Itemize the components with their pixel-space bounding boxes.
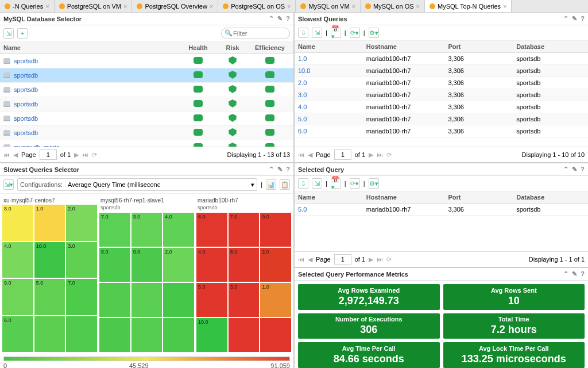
table-row[interactable]: sportsdb — [0, 54, 293, 68]
pin-icon[interactable]: ✎ — [277, 166, 283, 173]
treemap-cell[interactable]: 2.0 — [260, 248, 291, 282]
close-icon[interactable]: × — [210, 3, 213, 10]
tab[interactable]: PostgreSQL on VM× — [55, 0, 133, 12]
table-row[interactable]: sportsdb — [0, 83, 293, 97]
treemap-cell[interactable]: 3.0 — [131, 213, 163, 247]
close-icon[interactable]: × — [45, 3, 49, 10]
tab[interactable]: MySQL on VM× — [296, 0, 361, 12]
table-row[interactable]: 6.0mariadb100-rh73,306sportsdb — [295, 125, 588, 137]
date-picker-icon[interactable]: 📅▾ — [331, 178, 341, 189]
table-row[interactable]: 1.0mariadb100-rh73,306sportsdb — [295, 53, 588, 65]
refresh-icon[interactable]: ⟳ — [386, 151, 392, 159]
table-row[interactable]: 10.0mariadb100-rh73,306sportsdb — [295, 65, 588, 77]
treemap-cell[interactable]: 8.0 — [2, 205, 33, 241]
treemap-cell[interactable] — [34, 316, 65, 352]
treemap-cell[interactable]: 9.0 — [131, 248, 163, 282]
export-icon[interactable]: ⇩ — [298, 178, 308, 189]
pin-icon[interactable]: ✎ — [572, 166, 577, 173]
collapse-icon[interactable]: ⌃ — [563, 270, 568, 278]
treemap-cell[interactable]: 9.0 — [260, 213, 291, 247]
table-row[interactable]: sportsdb — [0, 112, 293, 126]
close-icon[interactable]: × — [287, 3, 291, 10]
treemap-cell[interactable] — [99, 283, 130, 317]
refresh-dropdown-icon[interactable]: ⟳▾ — [350, 28, 360, 38]
table-row[interactable]: 2.0mariadb100-rh73,306sportsdb — [295, 77, 588, 89]
pin-icon[interactable]: ✎ — [572, 270, 577, 278]
treemap-cell[interactable]: 1.0 — [260, 283, 291, 317]
treemap-cell[interactable]: 3.0 — [66, 242, 97, 278]
treemap-cell[interactable]: 2.0 — [66, 205, 97, 241]
settings-dropdown-icon[interactable]: ⚙▾ — [369, 28, 379, 38]
chart-icon[interactable]: 📊 — [266, 179, 276, 190]
treemap-cell[interactable] — [131, 283, 163, 317]
collapse-icon[interactable]: ⌃ — [269, 15, 274, 22]
refresh-dropdown-icon[interactable]: ⟳▾ — [350, 178, 360, 189]
configuration-select[interactable]: Configurations: Average Query Time (mill… — [17, 178, 257, 191]
treemap-cell[interactable] — [163, 318, 194, 352]
last-page-icon[interactable]: ⏭ — [377, 256, 383, 263]
add-icon[interactable]: + — [17, 28, 28, 39]
treemap-cell[interactable]: 3.0 — [229, 283, 260, 317]
refresh-icon[interactable]: ⟳ — [386, 256, 392, 263]
table-row[interactable]: sportsdb — [0, 97, 293, 112]
export-all-icon[interactable]: ⇲ — [312, 28, 322, 38]
treemap-cell[interactable]: 4.0 — [163, 213, 194, 247]
copy-icon[interactable]: 📋 — [280, 179, 290, 190]
treemap-cell[interactable]: 1.0 — [34, 205, 65, 241]
prev-page-icon[interactable]: ◀ — [308, 151, 312, 159]
prev-page-icon[interactable]: ◀ — [13, 151, 18, 159]
pin-icon[interactable]: ✎ — [572, 15, 577, 22]
collapse-icon[interactable]: ⌃ — [563, 15, 568, 22]
treemap-cell[interactable] — [163, 283, 194, 317]
treemap-cell[interactable] — [66, 316, 97, 352]
table-row[interactable]: 5.0mariadb100-rh73,306sportsdb — [295, 204, 588, 216]
help-icon[interactable]: ? — [286, 166, 290, 173]
page-input[interactable] — [334, 150, 351, 160]
close-icon[interactable]: × — [503, 3, 506, 10]
close-icon[interactable]: × — [352, 3, 355, 10]
treemap-cell[interactable]: 7.0 — [229, 213, 260, 247]
treemap-cell[interactable] — [229, 318, 260, 352]
collapse-icon[interactable]: ⌃ — [269, 166, 274, 173]
treemap-cell[interactable]: 8.0 — [99, 248, 130, 282]
close-icon[interactable]: × — [416, 3, 420, 10]
tree-expand-icon[interactable]: ⇲ — [3, 28, 14, 39]
treemap-cell[interactable]: 6.0 — [196, 213, 227, 247]
export-icon[interactable]: ⇩ — [298, 28, 308, 38]
table-row[interactable]: sportsdb — [0, 126, 293, 140]
next-page-icon[interactable]: ▶ — [74, 151, 79, 159]
tab[interactable]: -N Queries× — [0, 0, 55, 12]
treemap-cell[interactable] — [99, 318, 130, 352]
last-page-icon[interactable]: ⏭ — [377, 151, 383, 158]
treemap-cell[interactable]: 6.0 — [2, 316, 33, 352]
table-row[interactable]: sportsdb — [0, 68, 293, 83]
last-page-icon[interactable]: ⏭ — [82, 151, 88, 158]
date-picker-icon[interactable]: 📅▾ — [331, 28, 341, 38]
first-page-icon[interactable]: ⏮ — [298, 151, 304, 158]
help-icon[interactable]: ? — [581, 15, 585, 22]
treemap-cell[interactable]: 7.0 — [99, 213, 130, 247]
tab[interactable]: MySQL Top-N Queries× — [425, 0, 512, 12]
treemap-cell[interactable]: 2.0 — [163, 248, 194, 282]
treemap-cell[interactable]: 10.0 — [34, 242, 65, 278]
page-input[interactable] — [334, 254, 351, 264]
table-row[interactable]: 4.0mariadb100-rh73,306sportsdb — [295, 101, 588, 113]
help-icon[interactable]: ? — [286, 15, 290, 22]
next-page-icon[interactable]: ▶ — [369, 256, 373, 263]
tab[interactable]: PostgreSQL Overview× — [132, 0, 218, 12]
treemap-cell[interactable]: 4.0 — [196, 248, 227, 282]
tab[interactable]: PostgreSQL on OS× — [218, 0, 296, 12]
close-icon[interactable]: × — [123, 3, 127, 10]
pin-icon[interactable]: ✎ — [277, 15, 283, 22]
help-icon[interactable]: ? — [581, 270, 585, 278]
settings-dropdown-icon[interactable]: ⚙▾ — [369, 178, 379, 189]
first-page-icon[interactable]: ⏮ — [3, 151, 10, 158]
treemap-cell[interactable]: 8.0 — [229, 248, 260, 282]
tree-icon[interactable]: ⇲▾ — [3, 179, 14, 190]
treemap-cell[interactable]: 10.0 — [196, 318, 227, 352]
help-icon[interactable]: ? — [581, 166, 585, 173]
collapse-icon[interactable]: ⌃ — [563, 166, 568, 173]
table-row[interactable]: mysqwdb_maria — [0, 140, 293, 147]
first-page-icon[interactable]: ⏮ — [298, 256, 304, 263]
table-row[interactable]: 5.0mariadb100-rh73,306sportsdb — [295, 113, 588, 125]
